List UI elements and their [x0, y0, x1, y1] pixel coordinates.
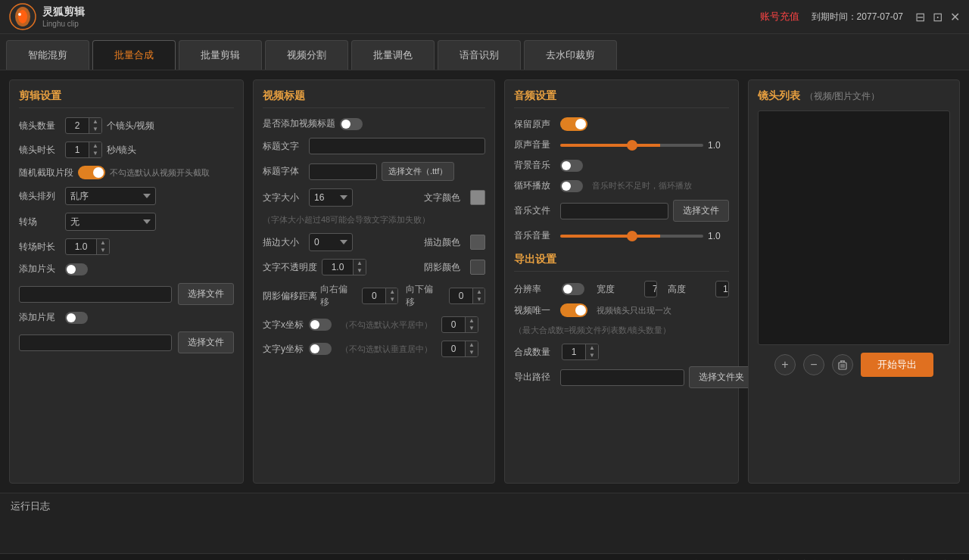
start-export-button[interactable]: 开始导出	[861, 353, 933, 377]
bg-music-toggle[interactable]	[560, 160, 583, 172]
transition-duration-up[interactable]: ▲	[97, 239, 109, 247]
close-button[interactable]: ✕	[950, 10, 960, 24]
shadow-down-spin[interactable]: ▲ ▼	[449, 288, 485, 304]
account-link[interactable]: 账号充值	[760, 10, 799, 23]
transition-duration-down[interactable]: ▼	[97, 247, 109, 254]
shadow-down-down[interactable]: ▼	[473, 296, 485, 303]
text-x-down[interactable]: ▼	[466, 325, 478, 332]
shadow-right-up[interactable]: ▲	[386, 288, 398, 296]
select-font-button[interactable]: 选择文件（.ttf）	[382, 162, 454, 181]
tab-smart-mix[interactable]: 智能混剪	[6, 40, 89, 70]
shadow-right-spin[interactable]: ▲ ▼	[362, 288, 398, 304]
export-count-down[interactable]: ▼	[586, 352, 598, 359]
add-title-toggle[interactable]	[340, 118, 363, 130]
lens-duration-spin[interactable]: ▲ ▼	[65, 142, 102, 158]
width-spin[interactable]: ▲ ▼	[644, 281, 657, 297]
transition-duration-spin[interactable]: ▲ ▼	[65, 238, 110, 255]
statusbar: 软件版本：1.0 声明：本软件仅用于个人原创音视频素材的处理，使用本软件请遵守相…	[0, 553, 969, 560]
text-y-up[interactable]: ▲	[466, 341, 478, 349]
lens-duration-down[interactable]: ▼	[89, 150, 101, 157]
tab-watermark-crop[interactable]: 去水印裁剪	[524, 40, 617, 70]
text-x-toggle[interactable]	[309, 319, 332, 331]
lens-duration-input[interactable]	[66, 142, 89, 157]
text-y-spin[interactable]: ▲ ▼	[441, 341, 478, 357]
export-path-input[interactable]	[560, 369, 684, 386]
lens-order-select[interactable]: 乱序 顺序 逆序	[65, 187, 156, 205]
width-input[interactable]	[645, 282, 657, 297]
tab-video-split[interactable]: 视频分割	[265, 40, 348, 70]
keep-original-toggle[interactable]	[560, 117, 587, 131]
unique-video-toggle[interactable]	[560, 303, 587, 317]
shadow-right-input[interactable]	[363, 288, 385, 303]
footer-file-select-button[interactable]: 选择文件	[178, 331, 234, 353]
text-y-down[interactable]: ▼	[466, 349, 478, 356]
title-font-input[interactable]	[309, 163, 377, 180]
win-controls: ⊟ ⊡ ✕	[915, 10, 960, 24]
opacity-input[interactable]	[322, 260, 353, 275]
expire-text: 到期时间：2077-07-07	[812, 11, 903, 23]
tab-batch-color[interactable]: 批量调色	[351, 40, 435, 70]
text-x-input[interactable]	[442, 317, 465, 332]
tab-batch-compose[interactable]: 批量合成	[92, 40, 176, 70]
stroke-color-picker[interactable]	[470, 235, 485, 250]
shadow-right-down[interactable]: ▼	[386, 296, 398, 303]
add-title-label: 是否添加视频标题	[263, 117, 335, 130]
font-color-picker[interactable]	[470, 190, 485, 205]
shadow-down-up[interactable]: ▲	[473, 288, 485, 296]
shadow-down-label: 向下偏移	[406, 283, 441, 309]
export-count-up[interactable]: ▲	[586, 344, 598, 352]
header-file-input[interactable]	[19, 286, 172, 303]
lens-count-input[interactable]	[66, 118, 89, 133]
footer-file-input[interactable]	[19, 334, 172, 351]
maximize-button[interactable]: ⊡	[933, 10, 943, 24]
title-font-label: 标题字体	[263, 165, 304, 178]
lens-delete-button[interactable]	[832, 354, 853, 375]
opacity-up[interactable]: ▲	[354, 260, 366, 267]
random-clip-toggle[interactable]	[78, 166, 105, 179]
transition-duration-input[interactable]	[66, 239, 96, 254]
lens-duration-up[interactable]: ▲	[89, 142, 101, 150]
height-spin[interactable]: ▲ ▼	[715, 281, 729, 297]
music-file-input[interactable]	[560, 203, 668, 219]
lens-count-spin[interactable]: ▲ ▼	[65, 117, 102, 134]
export-count-spin[interactable]: ▲ ▼	[562, 344, 599, 360]
tab-batch-edit[interactable]: 批量剪辑	[179, 40, 262, 70]
export-count-input[interactable]	[562, 344, 585, 359]
music-volume-slider[interactable]	[560, 235, 703, 238]
loop-play-toggle[interactable]	[560, 180, 583, 192]
transition-select[interactable]: 无 淡入淡出 溶解	[65, 213, 156, 231]
opacity-down[interactable]: ▼	[354, 267, 366, 275]
text-y-input[interactable]	[442, 341, 465, 356]
text-x-up[interactable]: ▲	[466, 317, 478, 325]
select-music-button[interactable]: 选择文件	[673, 200, 729, 222]
lens-count-up[interactable]: ▲	[89, 118, 101, 126]
panel-audio-export: 音频设置 保留原声 原声音量 1.0 背景音乐 循环播放	[504, 79, 739, 484]
original-volume-slider[interactable]	[560, 144, 703, 147]
add-footer-toggle[interactable]	[65, 312, 88, 324]
loop-play-label: 循环播放	[514, 179, 556, 192]
lens-duration-row: 镜头时长 ▲ ▼ 秒/镜头	[19, 142, 234, 158]
transition-duration-label: 转场时长	[19, 241, 61, 254]
opacity-spin[interactable]: ▲ ▼	[322, 259, 366, 275]
add-header-toggle[interactable]	[65, 263, 88, 275]
random-clip-note: 不勾选默认从视频开头截取	[110, 167, 210, 179]
tab-speech-recognition[interactable]: 语音识别	[438, 40, 521, 70]
shadow-down-input[interactable]	[450, 288, 472, 303]
header-file-select-button[interactable]: 选择文件	[178, 283, 234, 305]
lens-add-button[interactable]: +	[774, 354, 796, 375]
lens-count-down[interactable]: ▼	[89, 126, 101, 133]
select-folder-button[interactable]: 选择文件夹	[689, 366, 754, 388]
font-size-select[interactable]: 1612182432	[309, 188, 353, 207]
font-size-note: （字体大小超过48可能会导致文字添加失败）	[263, 214, 430, 226]
text-y-toggle[interactable]	[309, 343, 332, 355]
shadow-color-picker[interactable]	[470, 260, 485, 275]
stroke-size-select[interactable]: 0123	[309, 233, 353, 251]
music-file-row: 音乐文件 选择文件	[514, 200, 729, 222]
title-text-input[interactable]	[309, 138, 485, 154]
resolution-toggle[interactable]	[562, 283, 584, 295]
text-x-spin[interactable]: ▲ ▼	[441, 316, 478, 333]
height-input[interactable]	[716, 282, 729, 297]
minimize-button[interactable]: ⊟	[915, 10, 925, 24]
lens-remove-button[interactable]: −	[803, 354, 824, 375]
content-area: 剪辑设置 镜头数量 ▲ ▼ 个镜头/视频 镜头时长	[0, 70, 969, 493]
